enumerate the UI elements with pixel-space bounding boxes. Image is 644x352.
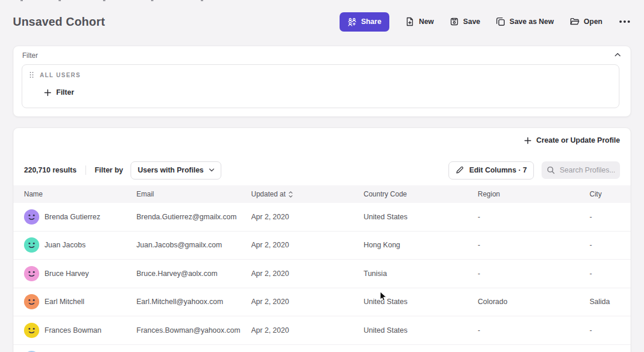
- profile-email: Bruce.Harvey@aolx.com: [136, 270, 251, 278]
- avatar: [24, 266, 39, 281]
- open-button-label: Open: [584, 18, 602, 26]
- three-dots-icon: [619, 20, 622, 23]
- table-row[interactable]: [13, 345, 631, 352]
- profile-updated-at: Apr 2, 2020: [251, 241, 364, 249]
- profile-country: Tunisia: [364, 270, 478, 278]
- profile-country: United States: [364, 298, 478, 306]
- table-row[interactable]: Brenda Gutierrez Brenda.Gutierrez@gmailx…: [13, 203, 631, 232]
- plus-icon: [524, 137, 532, 144]
- pencil-icon: [455, 166, 464, 174]
- profile-updated-at: Apr 2, 2020: [251, 213, 364, 221]
- copy-icon: [496, 17, 505, 26]
- edit-columns-button[interactable]: Edit Columns · 7: [448, 161, 534, 180]
- profile-region: -: [478, 326, 590, 334]
- table-header-row: Name Email Updated at Country Code Regio…: [13, 185, 631, 203]
- profile-city: -: [590, 270, 631, 278]
- new-button-label: New: [419, 18, 434, 26]
- open-button[interactable]: Open: [570, 17, 602, 26]
- table-row[interactable]: Juan Jacobs Juan.Jacobs@gmailx.com Apr 2…: [13, 232, 631, 260]
- all-users-label: ALL USERS: [40, 72, 81, 78]
- add-filter-label: Filter: [56, 88, 74, 96]
- share-button[interactable]: Share: [340, 12, 390, 32]
- create-or-update-profile-label: Create or Update Profile: [536, 136, 620, 144]
- column-header-email[interactable]: Email: [136, 190, 251, 198]
- profile-email: Earl.Mitchell@yahoox.com: [136, 298, 251, 306]
- profile-city: -: [590, 326, 631, 334]
- new-button[interactable]: New: [405, 17, 434, 26]
- chevron-down-icon: [209, 168, 214, 172]
- profile-region: -: [478, 213, 590, 221]
- filter-by-label: Filter by: [95, 166, 124, 174]
- table-row[interactable]: Bruce Harvey Bruce.Harvey@aolx.com Apr 2…: [13, 260, 631, 288]
- profile-updated-at: Apr 2, 2020: [251, 270, 364, 278]
- profile-name: Frances Bowman: [44, 326, 101, 334]
- profile-type-dropdown-value: Users with Profiles: [138, 166, 204, 174]
- app-header: Unsaved Cohort Share New: [13, 7, 631, 36]
- profile-type-dropdown[interactable]: Users with Profiles: [131, 161, 221, 180]
- share-button-label: Share: [361, 18, 382, 26]
- sort-arrows-icon: [289, 191, 293, 198]
- avatar: [24, 294, 39, 309]
- header-actions: Share New Save: [340, 12, 631, 32]
- more-options-button[interactable]: [618, 18, 631, 25]
- save-as-new-button-label: Save as New: [509, 18, 554, 26]
- profile-updated-at: Apr 2, 2020: [251, 298, 364, 306]
- column-header-name[interactable]: Name: [24, 190, 136, 198]
- profile-name: Juan Jacobs: [44, 241, 85, 249]
- profile-email: Brenda.Gutierrez@gmailx.com: [136, 213, 251, 221]
- results-count: 220,710 results: [24, 166, 77, 174]
- profile-country: Hong Kong: [364, 241, 478, 249]
- avatar: [24, 237, 39, 253]
- search-profiles-input[interactable]: [560, 166, 615, 174]
- table-row[interactable]: Frances Bowman Frances.Bowman@yahoox.com…: [13, 316, 631, 345]
- file-plus-icon: [405, 17, 415, 26]
- table-row[interactable]: Earl Mitchell Earl.Mitchell@yahoox.com A…: [13, 288, 631, 317]
- filter-panel: Filter ALL USERS Filte: [13, 46, 631, 117]
- profiles-panel: Create or Update Profile 220,710 results…: [13, 127, 631, 352]
- table-body: Brenda Gutierrez Brenda.Gutierrez@gmailx…: [13, 203, 631, 352]
- page-title: Unsaved Cohort: [13, 15, 105, 29]
- clipped-top-text: [0, 0, 644, 2]
- save-as-new-button[interactable]: Save as New: [496, 17, 554, 26]
- profile-name: Brenda Gutierrez: [44, 213, 100, 221]
- column-header-country-code[interactable]: Country Code: [364, 190, 478, 198]
- save-button[interactable]: Save: [450, 17, 480, 26]
- profile-city: -: [590, 213, 631, 221]
- profile-email: Juan.Jacobs@gmailx.com: [136, 241, 251, 249]
- folder-icon: [570, 17, 580, 26]
- profile-region: Colorado: [478, 298, 590, 306]
- add-filter-button[interactable]: Filter: [44, 88, 74, 96]
- search-icon: [547, 166, 555, 174]
- save-button-label: Save: [463, 18, 480, 26]
- table-toolbar: 220,710 results Filter by Users with Pro…: [24, 160, 620, 181]
- column-header-region[interactable]: Region: [478, 190, 590, 198]
- profile-city: Salida: [590, 298, 631, 306]
- chevron-up-icon: [615, 53, 621, 57]
- avatar: [24, 209, 39, 225]
- plus-icon: [44, 89, 52, 96]
- share-people-plus-icon: [348, 18, 357, 26]
- filter-group-box: ALL USERS Filter: [22, 64, 619, 108]
- profile-country: United States: [364, 326, 478, 334]
- profile-region: -: [478, 270, 590, 278]
- profile-name: Bruce Harvey: [44, 270, 89, 278]
- avatar: [24, 323, 39, 338]
- profile-country: United States: [364, 213, 478, 221]
- profile-name: Earl Mitchell: [44, 298, 84, 306]
- profile-city: -: [590, 241, 631, 249]
- filter-panel-title: Filter: [22, 51, 38, 60]
- collapse-filter-button[interactable]: [613, 51, 622, 58]
- create-or-update-profile-button[interactable]: Create or Update Profile: [524, 136, 620, 144]
- profile-updated-at: Apr 2, 2020: [251, 326, 364, 334]
- profile-region: -: [478, 241, 590, 249]
- column-header-updated-at[interactable]: Updated at: [251, 190, 364, 198]
- toolbar-divider: [85, 165, 86, 175]
- edit-columns-label: Edit Columns · 7: [469, 166, 527, 174]
- column-header-city[interactable]: City: [590, 190, 631, 198]
- profiles-search: [542, 161, 620, 179]
- profile-email: Frances.Bowman@yahoox.com: [136, 326, 251, 334]
- drag-handle-icon[interactable]: [29, 71, 34, 78]
- save-icon: [450, 17, 459, 26]
